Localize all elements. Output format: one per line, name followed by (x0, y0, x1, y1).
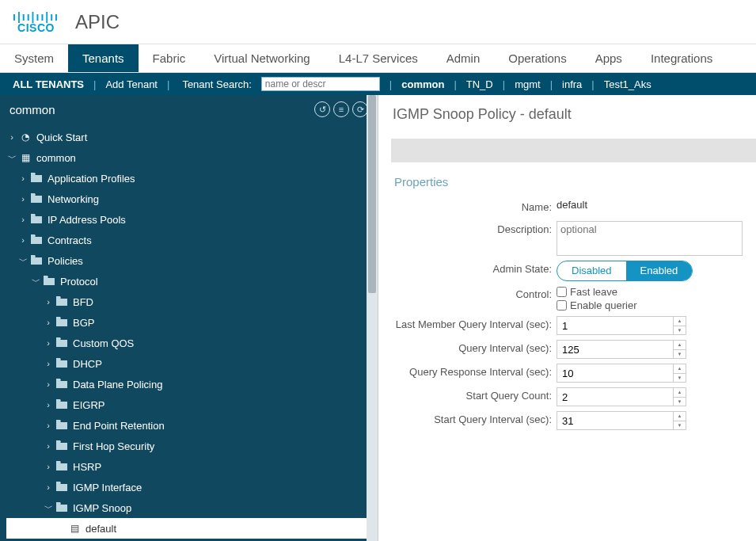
tab-fabric[interactable]: Fabric (139, 44, 200, 72)
folder-icon (55, 358, 68, 370)
separator: | (503, 78, 505, 90)
subnav-tenant-tn-d[interactable]: TN_D (466, 78, 493, 90)
admin-state-disabled[interactable]: Disabled (557, 261, 626, 280)
subnav-tenant-infra[interactable]: infra (562, 78, 582, 90)
tab-operations[interactable]: Operations (494, 44, 580, 72)
stepper-up-icon[interactable]: ▲ (673, 412, 686, 421)
subnav-add-tenant[interactable]: Add Tenant (105, 78, 158, 90)
stepper-down-icon[interactable]: ▼ (673, 374, 686, 383)
tree-contracts[interactable]: › Contracts (6, 230, 378, 250)
folder-icon (55, 502, 68, 514)
chevron-down-icon: ﹀ (30, 276, 41, 288)
tab-integrations[interactable]: Integrations (636, 44, 727, 72)
subnav-tenant-mgmt[interactable]: mgmt (515, 78, 541, 90)
admin-state-enabled[interactable]: Enabled (626, 261, 693, 280)
tree-protocol[interactable]: ﹀ Protocol (6, 271, 378, 291)
chevron-right-icon: › (43, 297, 54, 307)
tab-l4l7[interactable]: L4-L7 Services (325, 44, 432, 72)
sqc-label: Start Query Count: (378, 387, 557, 405)
refresh-icon[interactable]: ⟳ (352, 101, 368, 117)
tree-igmp-interface[interactable]: ›IGMP Interface (6, 477, 378, 497)
nav-tree: › ◔ Quick Start ﹀ ▦ common › Application… (0, 124, 378, 539)
tree-igmp-snoop-default[interactable]: ▤ default (6, 518, 378, 539)
sqi-input[interactable] (557, 411, 686, 430)
tab-tenants[interactable]: Tenants (68, 44, 139, 72)
folder-icon (55, 337, 68, 349)
chevron-down-icon: ﹀ (17, 255, 28, 267)
tree-hsrp[interactable]: ›HSRP (6, 456, 378, 477)
tree-ip-address-pools[interactable]: › IP Address Pools (6, 209, 378, 230)
clock-icon: ◔ (19, 131, 32, 143)
tree-custom-qos[interactable]: ›Custom QOS (6, 333, 378, 353)
description-label: Description: (378, 221, 557, 238)
enable-querier-checkbox[interactable] (557, 300, 567, 311)
enable-querier-label: Enable querier (570, 299, 637, 311)
stepper-up-icon[interactable]: ▲ (673, 341, 686, 350)
folder-icon (55, 420, 68, 432)
cisco-logo-text: CISCO (17, 22, 55, 33)
tree-label: common (36, 152, 76, 164)
stepper-down-icon[interactable]: ▼ (673, 421, 686, 430)
tree-dhcp[interactable]: ›DHCP (6, 353, 378, 374)
stepper-down-icon[interactable]: ▼ (673, 326, 686, 335)
tree-common[interactable]: ﹀ ▦ common (6, 147, 378, 168)
tab-virtual-networking[interactable]: Virtual Networking (199, 44, 324, 72)
workspace: common ↺ ≡ ⟳ › ◔ Quick Start ﹀ ▦ common … (0, 95, 756, 541)
fast-leave-option[interactable]: Fast leave (557, 286, 637, 298)
filter-icon[interactable]: ≡ (333, 101, 349, 117)
tree-application-profiles[interactable]: › Application Profiles (6, 168, 378, 189)
subnav-tenant-test1-aks[interactable]: Test1_Aks (604, 78, 652, 90)
chevron-right-icon: › (43, 359, 54, 368)
description-input[interactable] (557, 221, 743, 256)
tree-igmp-snoop[interactable]: ﹀IGMP Snoop (6, 497, 378, 518)
cisco-logo-bars: ı|ıı|ıı|ıı (13, 11, 59, 22)
history-icon[interactable]: ↺ (314, 101, 330, 117)
lmqi-input[interactable] (557, 316, 686, 335)
subnav-tenant-common[interactable]: common (401, 78, 444, 90)
chevron-down-icon: ﹀ (6, 152, 17, 164)
tree-quick-start[interactable]: › ◔ Quick Start (6, 127, 378, 147)
grid-icon: ▦ (19, 152, 32, 163)
tree-first-hop-security[interactable]: ›First Hop Security (6, 436, 378, 456)
separator: | (389, 78, 392, 90)
tree-policies[interactable]: ﹀ Policies (6, 250, 378, 271)
document-icon: ▤ (68, 523, 81, 534)
tree-bgp[interactable]: ›BGP (6, 312, 378, 333)
folder-icon (30, 214, 43, 226)
tree-end-point-retention[interactable]: ›End Point Retention (6, 415, 378, 436)
tab-admin[interactable]: Admin (432, 44, 495, 72)
tree-bfd[interactable]: ›BFD (6, 291, 378, 312)
tree-label: Contracts (47, 234, 92, 246)
sqc-input[interactable] (557, 387, 686, 406)
folder-icon (43, 276, 55, 288)
tree-label: Application Profiles (47, 173, 135, 185)
tree-networking[interactable]: › Networking (6, 189, 378, 209)
enable-querier-option[interactable]: Enable querier (557, 299, 637, 311)
toolbar-placeholder (391, 139, 756, 162)
tree-label: End Point Retention (73, 420, 165, 432)
tree-eigrp[interactable]: ›EIGRP (6, 394, 378, 415)
tree-label: Custom QOS (73, 337, 134, 349)
tenant-search-input[interactable] (261, 77, 380, 91)
sidebar-scrollbar[interactable] (367, 95, 378, 541)
qri-input[interactable] (557, 364, 686, 383)
tab-system[interactable]: System (0, 44, 68, 72)
qi-input[interactable] (557, 340, 686, 359)
tree-data-plane-policing[interactable]: ›Data Plane Policing (6, 374, 378, 394)
stepper-down-icon[interactable]: ▼ (673, 398, 686, 406)
chevron-right-icon: › (17, 173, 28, 183)
fast-leave-checkbox[interactable] (557, 287, 567, 297)
stepper-down-icon[interactable]: ▼ (673, 350, 686, 359)
stepper-up-icon[interactable]: ▲ (673, 317, 686, 326)
scrollbar-thumb[interactable] (368, 95, 376, 293)
stepper-up-icon[interactable]: ▲ (673, 388, 686, 398)
main-panel: IGMP Snoop Policy - default Properties N… (378, 95, 756, 541)
stepper-up-icon[interactable]: ▲ (673, 364, 686, 374)
subnav-all-tenants[interactable]: ALL TENANTS (13, 78, 84, 90)
tab-apps[interactable]: Apps (581, 44, 636, 72)
tree-label: DHCP (73, 358, 102, 370)
main-nav: System Tenants Fabric Virtual Networking… (0, 44, 756, 73)
tree-label: BFD (73, 296, 93, 308)
tree-label: BGP (73, 317, 94, 329)
properties-form: Name: default Description: Admin State: … (378, 196, 756, 432)
